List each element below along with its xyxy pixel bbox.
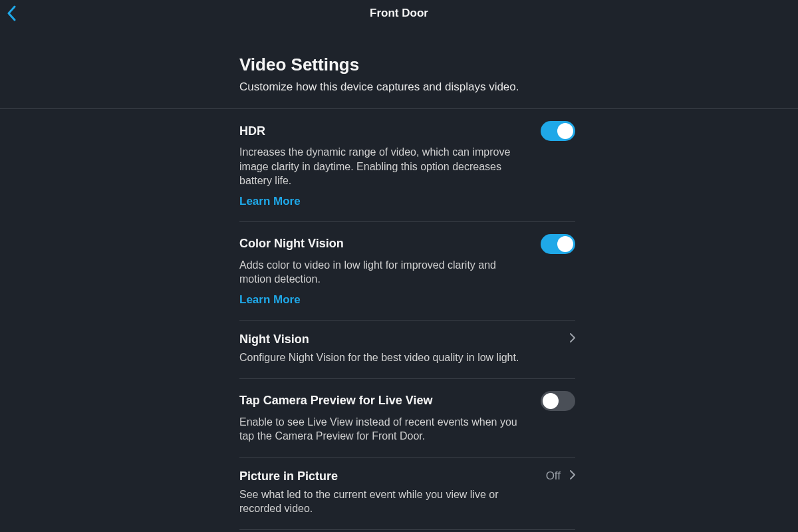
setting-color-night-vision: Color Night Vision Adds color to video i… (239, 222, 575, 321)
setting-desc: Increases the dynamic range of video, wh… (239, 145, 525, 188)
toggle-knob (557, 236, 573, 252)
row-right (570, 333, 575, 345)
setting-desc: Enable to see Live View instead of recen… (239, 415, 525, 444)
intro-section: Video Settings Customize how this device… (0, 27, 798, 109)
content: Video Settings Customize how this device… (0, 27, 798, 532)
setting-hdr: HDR Increases the dynamic range of video… (239, 109, 575, 222)
learn-more-link[interactable]: Learn More (239, 293, 301, 307)
header: Front Door (0, 0, 798, 27)
chevron-right-icon (570, 470, 575, 482)
setting-header: Tap Camera Preview for Live View (239, 391, 575, 411)
setting-title: HDR (239, 124, 265, 138)
setting-header: HDR (239, 121, 575, 141)
page-subtitle: Customize how this device captures and d… (239, 80, 798, 94)
settings-list: HDR Increases the dynamic range of video… (0, 109, 798, 532)
header-title: Front Door (370, 7, 428, 20)
toggle-knob (543, 393, 559, 409)
setting-header: Picture in Picture Off (239, 469, 575, 483)
toggle-knob (557, 123, 573, 139)
setting-title: Color Night Vision (239, 237, 344, 251)
setting-title: Tap Camera Preview for Live View (239, 394, 432, 408)
setting-desc: Adds color to video in low light for imp… (239, 258, 525, 287)
setting-header: Color Night Vision (239, 234, 575, 254)
chevron-right-icon (570, 333, 575, 345)
setting-header: Night Vision (239, 332, 575, 346)
setting-desc: Configure Night Vision for the best vide… (239, 350, 525, 365)
page-title: Video Settings (239, 55, 798, 75)
setting-title: Picture in Picture (239, 469, 338, 483)
setting-title: Night Vision (239, 332, 309, 346)
learn-more-link[interactable]: Learn More (239, 195, 301, 208)
setting-desc: See what led to the current event while … (239, 487, 525, 516)
color-night-vision-toggle[interactable] (541, 234, 575, 254)
back-icon[interactable] (7, 5, 20, 21)
hdr-toggle[interactable] (541, 121, 575, 141)
setting-tap-preview: Tap Camera Preview for Live View Enable … (239, 379, 575, 458)
tap-preview-toggle[interactable] (541, 391, 575, 411)
row-right: Off (546, 469, 575, 483)
setting-night-vision[interactable]: Night Vision Configure Night Vision for … (239, 321, 575, 379)
setting-picture-in-picture[interactable]: Picture in Picture Off See what led to t… (239, 458, 575, 530)
row-value: Off (546, 469, 561, 483)
